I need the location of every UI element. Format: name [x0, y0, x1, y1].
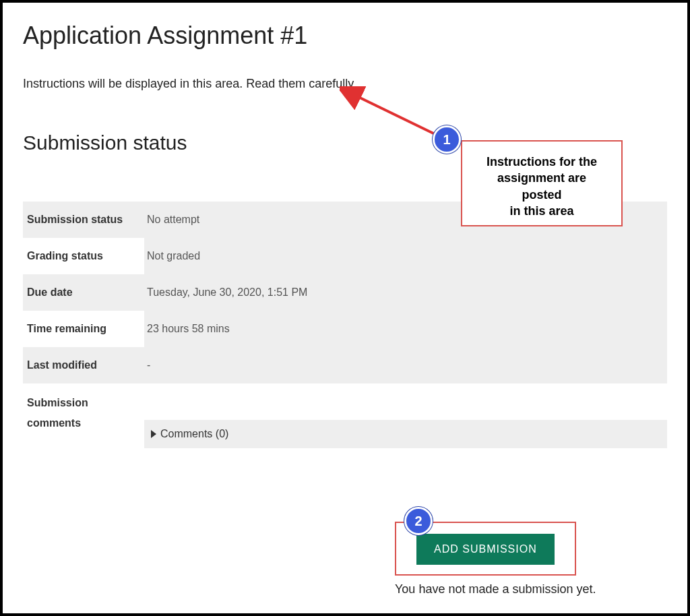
annotation-callout-1: Instructions for the assignment are post… — [461, 140, 623, 226]
annotation-callout-1-line2: assignment are posted — [478, 170, 605, 203]
due-date-label: Due date — [23, 274, 144, 311]
page-title: Application Assignment #1 — [23, 22, 667, 50]
due-date-value: Tuesday, June 30, 2020, 1:51 PM — [144, 274, 667, 311]
time-remaining-value: 23 hours 58 mins — [144, 311, 667, 347]
add-submission-button[interactable]: ADD SUBMISSION — [416, 534, 555, 565]
annotation-callout-1-line1: Instructions for the — [478, 154, 605, 170]
comments-toggle-label: Comments (0) — [160, 428, 228, 440]
grading-status-label: Grading status — [23, 238, 144, 274]
table-row: Due date Tuesday, June 30, 2020, 1:51 PM — [23, 274, 667, 311]
submission-status-table: Submission status No attempt Grading sta… — [23, 202, 667, 448]
last-modified-value: - — [144, 347, 667, 383]
submission-comments-cell: Comments (0) — [144, 383, 667, 448]
chevron-right-icon — [151, 430, 156, 438]
submission-status-label: Submission status — [23, 202, 144, 238]
annotation-number-badge-2: 2 — [404, 507, 433, 535]
table-row: Submission comments Comments (0) — [23, 383, 667, 448]
comments-toggle[interactable]: Comments (0) — [144, 420, 667, 448]
time-remaining-label: Time remaining — [23, 311, 144, 347]
annotation-callout-1-line3: in this area — [478, 203, 605, 219]
submit-area: ADD SUBMISSION You have not made a submi… — [395, 522, 664, 596]
submission-comments-label: Submission comments — [23, 383, 144, 448]
annotation-number-badge-1: 1 — [433, 125, 461, 154]
table-row: Grading status Not graded — [23, 238, 667, 274]
instructions-text: Instructions will be displayed in this a… — [23, 77, 667, 91]
table-row: Time remaining 23 hours 58 mins — [23, 311, 667, 347]
app-frame: Application Assignment #1 Instructions w… — [0, 0, 690, 616]
last-modified-label: Last modified — [23, 347, 144, 383]
submission-hint: You have not made a submission yet. — [395, 582, 664, 596]
grading-status-value: Not graded — [144, 238, 667, 274]
table-row: Last modified - — [23, 347, 667, 383]
